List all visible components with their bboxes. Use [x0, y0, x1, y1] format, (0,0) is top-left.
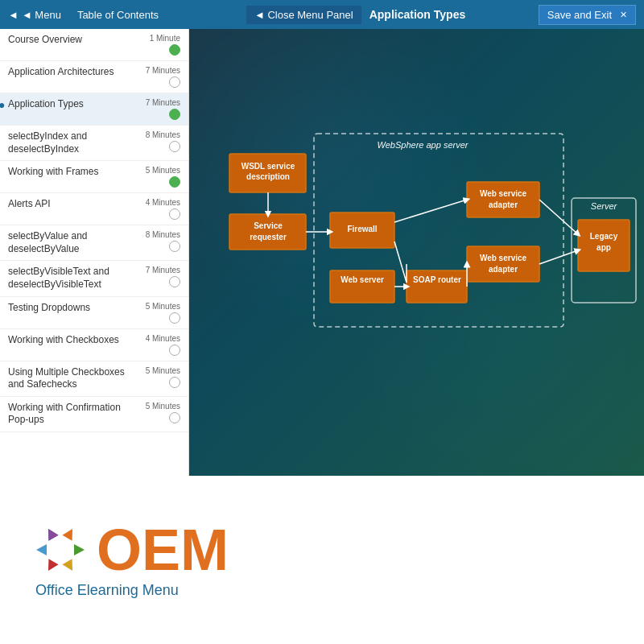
sidebar-item-minutes: 7 Minutes: [146, 266, 180, 275]
sidebar-item-minutes: 4 Minutes: [146, 198, 180, 207]
ws-adapter2-box: [467, 246, 539, 282]
sidebar-item-label: selectByIndex and deselectByIndex: [8, 130, 136, 155]
sidebar-item-alerts[interactable]: Alerts API 4 Minutes: [0, 193, 188, 225]
sidebar-item-course-overview[interactable]: Course Overview 1 Minute: [0, 29, 188, 61]
sidebar-item-minutes: 8 Minutes: [146, 230, 180, 239]
arrow-firewall-down: [394, 242, 407, 283]
menu-icon: ◄: [8, 9, 19, 21]
sidebar-item-app-types[interactable]: Application Types 7 Minutes: [0, 93, 188, 126]
wsdl-label-1: WSDL service: [242, 162, 295, 171]
service-requester-box: [229, 214, 306, 250]
content-background: WebSphere app server Server WSDL service…: [189, 29, 644, 476]
arrow-adapter2-to-legacy: [539, 250, 578, 264]
page-title: Application Types: [369, 8, 539, 21]
sidebar-item-minutes: 8 Minutes: [146, 130, 180, 139]
sidebar-item-confirmation-popups[interactable]: Working with Confirmation Pop-ups 5 Minu…: [0, 397, 188, 432]
menu-label: ◄ Menu: [22, 9, 61, 21]
oem-subtitle: Office Elearning Menu: [35, 582, 179, 599]
sidebar-item-selectbyvalue[interactable]: selectByValue and deselectByValue 8 Minu…: [0, 225, 188, 261]
branding-area: OEM Office Elearning Menu: [0, 476, 644, 644]
sidebar-item-working-frames[interactable]: Working with Frames 5 Minutes: [0, 161, 188, 193]
ws-adapter2-label-2: adapter: [489, 265, 518, 274]
save-exit-button[interactable]: Save and Exit ✕: [539, 5, 636, 25]
svg-marker-5: [36, 544, 47, 555]
server-label: Server: [591, 201, 618, 211]
sidebar-item-label: Working with Confirmation Pop-ups: [8, 402, 136, 427]
sidebar-item-minutes: 4 Minutes: [146, 334, 180, 343]
status-indicator: [169, 276, 180, 287]
oem-logo-icon: [32, 522, 89, 578]
sidebar-item-label: selectByValue and deselectByValue: [8, 230, 136, 255]
status-indicator: [169, 377, 180, 388]
status-indicator: [169, 241, 180, 252]
sidebar-item-label: Course Overview: [8, 34, 136, 47]
toc-label: Table of Contents: [77, 9, 246, 21]
arrow-firewall-to-adapter1: [394, 200, 467, 222]
sidebar-item-minutes: 5 Minutes: [146, 302, 180, 311]
ws-adapter1-label-2: adapter: [489, 200, 518, 209]
wsdl-label-2: description: [246, 172, 290, 181]
sidebar-item-label: Using Multiple Checkboxes and Safechecks: [8, 366, 136, 391]
web-server-label-1: Web server: [341, 275, 384, 284]
oem-brand-text: OEM: [97, 521, 229, 579]
status-indicator: [169, 312, 180, 324]
sidebar-item-minutes: 1 Minute: [150, 34, 180, 43]
save-exit-label: Save and Exit: [547, 9, 612, 21]
content-area: WebSphere app server Server WSDL service…: [189, 29, 644, 476]
status-indicator: [169, 109, 180, 120]
oem-arrows-svg: [32, 522, 89, 578]
sidebar-item-checkboxes[interactable]: Working with Checkboxes 4 Minutes: [0, 329, 188, 361]
sidebar-item-testing-dropdowns[interactable]: Testing Dropdowns 5 Minutes: [0, 297, 188, 329]
ws-adapter2-label-1: Web service: [480, 254, 527, 262]
status-indicator: [169, 208, 180, 220]
close-panel-button[interactable]: ◄ Close Menu Panel: [246, 6, 361, 24]
sidebar-item-minutes: 5 Minutes: [146, 166, 180, 175]
menu-button[interactable]: ◄ ◄ Menu: [8, 9, 61, 21]
svg-marker-3: [62, 559, 77, 573]
sidebar-item-minutes: 7 Minutes: [146, 98, 180, 107]
sidebar-item-label: Application Types: [8, 98, 136, 111]
status-indicator: [169, 44, 180, 56]
sidebar-item-minutes: 5 Minutes: [146, 402, 180, 411]
status-indicator: [169, 412, 180, 423]
arrow-adapter1-to-legacy: [539, 200, 578, 234]
status-indicator: [169, 176, 180, 188]
close-panel-label: ◄ Close Menu Panel: [254, 9, 353, 21]
sidebar-item-label: selectByVisibleText and deselectByVisibl…: [8, 266, 136, 291]
websphere-label: WebSphere app server: [378, 140, 469, 150]
sidebar-item-label: Alerts API: [8, 198, 136, 211]
diagram-svg: WebSphere app server Server WSDL service…: [189, 29, 644, 476]
sidebar-item-label: Application Architectures: [8, 66, 136, 79]
svg-marker-6: [43, 526, 59, 541]
legacy-app-label-2: app: [597, 243, 611, 252]
firewall-label: Firewall: [347, 225, 377, 233]
status-indicator: [169, 345, 180, 356]
sidebar-item-app-architectures[interactable]: Application Architectures 7 Minutes: [0, 61, 188, 93]
sidebar-item-label: Working with Frames: [8, 166, 136, 179]
status-indicator: [169, 141, 180, 152]
top-navigation: ◄ ◄ Menu Table of Contents ◄ Close Menu …: [0, 0, 644, 29]
service-requester-label-1: Service: [254, 221, 283, 230]
sidebar-item-label: Testing Dropdowns: [8, 302, 136, 315]
main-container: Course Overview 1 Minute Application Arc…: [0, 29, 644, 476]
sidebar-item-label: Working with Checkboxes: [8, 334, 136, 347]
svg-marker-2: [74, 544, 85, 555]
status-indicator: [169, 76, 180, 88]
ws-adapter1-box: [467, 182, 539, 217]
sidebar: Course Overview 1 Minute Application Arc…: [0, 29, 189, 476]
sidebar-item-selectbyindex[interactable]: selectByIndex and deselectByIndex 8 Minu…: [0, 126, 188, 161]
svg-marker-1: [62, 526, 77, 541]
oem-logo-row: OEM: [32, 521, 229, 579]
sidebar-item-minutes: 7 Minutes: [146, 66, 180, 75]
service-requester-label-2: requester: [250, 233, 287, 242]
ws-adapter1-label-1: Web service: [480, 189, 527, 198]
sidebar-item-multiple-checkboxes[interactable]: Using Multiple Checkboxes and Safechecks…: [0, 361, 188, 397]
soap-router-label-1: SOAP router: [413, 275, 461, 284]
svg-marker-4: [43, 559, 59, 573]
sidebar-item-minutes: 5 Minutes: [146, 366, 180, 375]
close-icon: ✕: [620, 10, 627, 20]
sidebar-item-selectbyvisibletext[interactable]: selectByVisibleText and deselectByVisibl…: [0, 261, 188, 296]
legacy-app-label-1: Legacy: [590, 232, 618, 241]
oem-text-block: OEM: [97, 521, 229, 579]
